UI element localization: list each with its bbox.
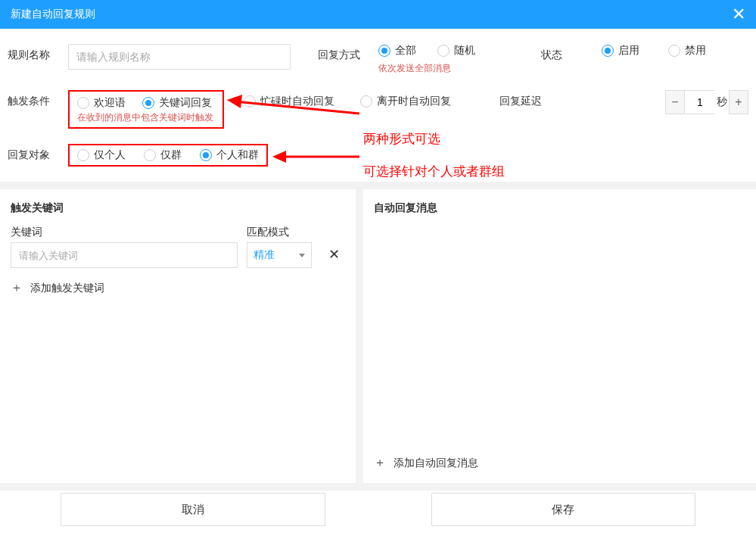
radio-method-all[interactable]: 全部 [378, 44, 416, 58]
trigger-extra: 忙碌时自动回复 离开时自动回复 [244, 90, 451, 108]
mode-label: 匹配模式 [247, 226, 312, 239]
radio-trigger-busy[interactable]: 忙碌时自动回复 [244, 95, 334, 108]
keyword-input[interactable] [11, 242, 238, 268]
left-pane-title: 触发关键词 [11, 201, 345, 215]
radio-trigger-welcome[interactable]: 欢迎语 [77, 96, 126, 110]
trigger-label: 触发条件 [8, 90, 68, 108]
add-keyword-button[interactable]: ＋ 添加触发关键词 [11, 280, 345, 296]
delay-unit: 秒 [717, 95, 727, 109]
row-2: 触发条件 欢迎语 关键词回复 在收到的消息中包含关键词时触发 忙碌时自动回复 离… [8, 83, 756, 136]
radio-status-off[interactable]: 禁用 [668, 44, 706, 58]
delay-minus-button[interactable]: − [665, 90, 685, 114]
save-button[interactable]: 保存 [431, 493, 696, 526]
row-1: 规则名称 回复方式 全部 随机 依次发送全部消息 状态 启用 禁用 [8, 36, 756, 83]
delay-label: 回复延迟 [499, 90, 560, 108]
status-label: 状态 [541, 44, 602, 62]
trigger-hint: 在收到的消息中包含关键词时触发 [77, 111, 213, 124]
dialog-title: 新建自动回复规则 [11, 8, 95, 21]
dialog-header: 新建自动回复规则 ✕ [0, 0, 756, 29]
radio-target-person[interactable]: 仅个人 [77, 148, 126, 162]
radio-status-on[interactable]: 启用 [602, 44, 639, 58]
method-hint: 依次发送全部消息 [378, 62, 541, 75]
target-highlight-box: 仅个人 仅群 个人和群 [68, 144, 268, 167]
annotation-text-2: 可选择针对个人或者群组 [363, 163, 505, 180]
right-pane-title: 自动回复消息 [374, 201, 745, 215]
footer: 取消 保存 [0, 483, 756, 528]
form-area: 规则名称 回复方式 全部 随机 依次发送全部消息 状态 启用 禁用 触发条件 欢… [0, 29, 756, 182]
add-message-button[interactable]: ＋ 添加自动回复消息 [374, 455, 745, 471]
rule-name-input[interactable] [68, 44, 291, 70]
remove-keyword-icon[interactable]: ✕ [328, 246, 340, 263]
keyword-label: 关键词 [11, 226, 238, 239]
mode-select[interactable]: 精准 [247, 242, 312, 268]
target-label: 回复对象 [8, 144, 68, 162]
close-icon[interactable]: ✕ [732, 5, 745, 24]
delay-controls: − 秒 + [665, 90, 756, 114]
split-area: 触发关键词 关键词 匹配模式 精准 ✕ ＋ 添加触发关键词 自动回复消息 ＋ 添… [0, 182, 756, 483]
status-controls: 启用 禁用 [602, 44, 706, 58]
plus-icon: ＋ [374, 455, 386, 471]
radio-trigger-away[interactable]: 离开时自动回复 [360, 95, 451, 108]
radio-trigger-keyword[interactable]: 关键词回复 [142, 96, 212, 110]
radio-method-random[interactable]: 随机 [437, 44, 475, 58]
left-pane: 触发关键词 关键词 匹配模式 精准 ✕ ＋ 添加触发关键词 [0, 189, 363, 483]
delay-plus-button[interactable]: + [729, 90, 748, 114]
radio-target-group[interactable]: 仅群 [144, 148, 182, 162]
annotation-text-1: 两种形式可选 [363, 130, 440, 148]
delay-input[interactable] [685, 90, 715, 114]
cancel-button[interactable]: 取消 [61, 493, 325, 526]
rule-name-label: 规则名称 [8, 44, 68, 62]
radio-target-both[interactable]: 个人和群 [200, 148, 259, 162]
trigger-highlight-box: 欢迎语 关键词回复 在收到的消息中包含关键词时触发 [68, 90, 224, 129]
method-label: 回复方式 [318, 44, 378, 62]
plus-icon: ＋ [11, 280, 23, 296]
method-controls: 全部 随机 依次发送全部消息 [378, 44, 541, 75]
right-pane: 自动回复消息 ＋ 添加自动回复消息 [363, 189, 756, 483]
keyword-row: 关键词 匹配模式 精准 ✕ [11, 226, 345, 268]
